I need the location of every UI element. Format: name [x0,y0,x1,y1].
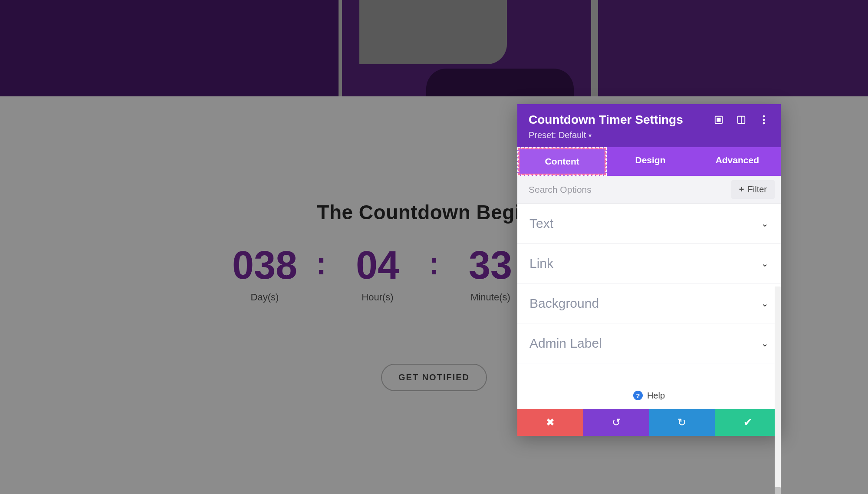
section-label: Background [529,296,599,311]
check-icon: ✔ [743,416,752,428]
scrollbar-thumb[interactable] [775,487,781,494]
modal-header[interactable]: Countdown Timer Settings Preset: Default… [517,104,781,147]
filter-button[interactable]: + Filter [731,180,775,199]
settings-modal: Countdown Timer Settings Preset: Default… [517,104,781,436]
cancel-button[interactable]: ✖ [517,409,583,436]
accordion: Text ⌄ Link ⌄ Background ⌄ Admin Label ⌄ [517,204,781,382]
search-row: + Filter [517,176,781,204]
svg-point-5 [763,119,765,121]
tab-content[interactable]: Content [517,147,607,176]
undo-button[interactable]: ↺ [583,409,649,436]
svg-rect-1 [717,118,720,121]
section-label: Admin Label [529,336,602,351]
redo-icon: ↻ [677,416,686,428]
section-text[interactable]: Text ⌄ [517,204,781,244]
preset-dropdown[interactable]: Preset: Default ▾ [529,130,592,140]
caret-down-icon: ▾ [589,132,592,139]
help-link[interactable]: ? Help [517,382,781,409]
section-background[interactable]: Background ⌄ [517,283,781,323]
chevron-down-icon: ⌄ [761,258,769,269]
section-admin-label[interactable]: Admin Label ⌄ [517,323,781,363]
modal-title: Countdown Timer Settings [529,113,713,127]
section-link[interactable]: Link ⌄ [517,244,781,283]
kebab-menu-icon[interactable] [758,114,769,125]
chevron-down-icon: ⌄ [761,298,769,309]
modal-tabs: Content Design Advanced [517,147,781,176]
chevron-down-icon: ⌄ [761,338,769,349]
svg-point-6 [763,122,765,125]
expand-icon[interactable] [713,114,724,125]
modal-scrollbar[interactable] [775,287,781,494]
snap-icon[interactable] [736,114,747,125]
section-label: Link [529,256,553,271]
section-label: Text [529,216,553,231]
chevron-down-icon: ⌄ [761,218,769,229]
filter-label: Filter [748,184,767,194]
svg-point-4 [763,115,765,118]
save-button[interactable]: ✔ [715,409,781,436]
preset-label: Preset: Default [529,130,586,140]
search-input[interactable] [529,184,731,195]
redo-button[interactable]: ↻ [649,409,715,436]
tab-advanced[interactable]: Advanced [694,147,781,176]
plus-icon: + [739,184,744,194]
tab-design[interactable]: Design [607,147,694,176]
close-icon: ✖ [546,416,555,428]
undo-icon: ↺ [612,416,621,428]
modal-footer: ✖ ↺ ↻ ✔ [517,409,781,436]
help-label: Help [647,391,665,401]
help-icon: ? [633,391,643,400]
